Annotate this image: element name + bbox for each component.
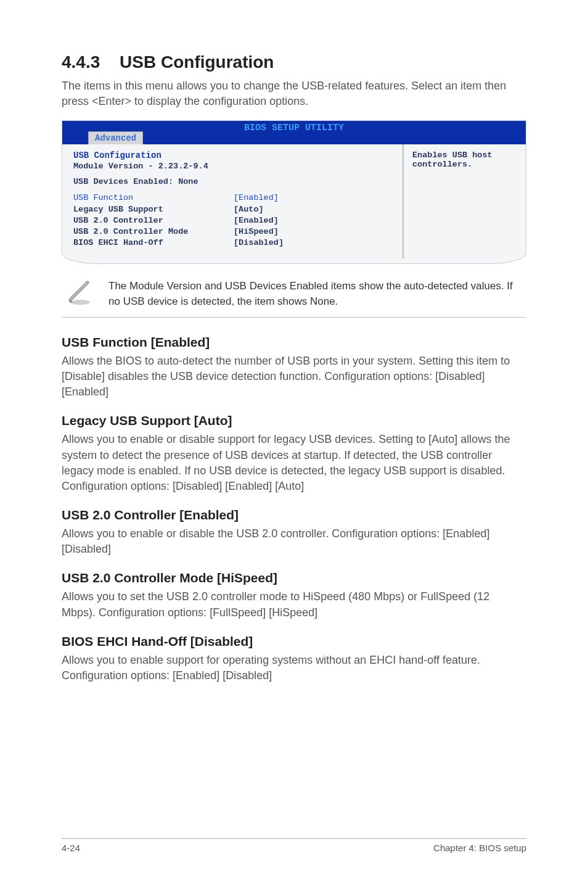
bios-setting-value: [Enabled] — [234, 192, 279, 204]
bios-setting-label: Legacy USB Support — [73, 204, 234, 215]
note-icon — [67, 279, 94, 306]
bios-config-header: USB Configuration — [73, 151, 391, 160]
note-text: The Module Version and USB Devices Enabl… — [108, 279, 526, 309]
bios-setting-row: USB 2.0 Controller Mode[HiSpeed] — [73, 226, 391, 237]
bios-tab-advanced: Advanced — [88, 131, 143, 144]
section-title-text: USB Configuration — [120, 52, 274, 72]
setting-heading: USB Function [Enabled] — [62, 335, 526, 350]
setting-body: Allows you to set the USB 2.0 controller… — [62, 589, 526, 620]
bios-setting-label: BIOS EHCI Hand-Off — [73, 237, 234, 249]
bios-body: USB Configuration Module Version - 2.23.… — [62, 144, 526, 258]
bios-setting-value: [Enabled] — [234, 215, 279, 226]
page-footer: 4-24 Chapter 4: BIOS setup — [62, 838, 526, 853]
note-block: The Module Version and USB Devices Enabl… — [62, 275, 526, 317]
chapter-label: Chapter 4: BIOS setup — [433, 843, 526, 853]
bios-module-version: Module Version - 2.23.2-9.4 — [73, 162, 391, 171]
bios-setting-label: USB 2.0 Controller — [73, 215, 234, 226]
section-heading: 4.4.3 USB Configuration — [62, 52, 526, 72]
page-number: 4-24 — [62, 843, 80, 853]
bios-setting-row: BIOS EHCI Hand-Off[Disabled] — [73, 237, 391, 249]
setting-heading: USB 2.0 Controller [Enabled] — [62, 508, 526, 522]
bios-setting-value: [HiSpeed] — [234, 226, 279, 237]
bios-setting-label: USB Function — [73, 192, 234, 204]
section-intro: The items in this menu allows you to cha… — [62, 78, 526, 109]
bios-setting-value: [Disabled] — [234, 237, 284, 249]
bios-screenshot: BIOS SETUP UTILITY Advanced USB Configur… — [62, 120, 526, 264]
bios-devices-enabled: USB Devices Enabled: None — [73, 177, 391, 186]
setting-body: Allows you to enable or disable support … — [62, 432, 526, 494]
bios-setting-row: Legacy USB Support[Auto] — [73, 204, 391, 215]
setting-heading: Legacy USB Support [Auto] — [62, 413, 526, 428]
setting-heading: BIOS EHCI Hand-Off [Disabled] — [62, 634, 526, 649]
bios-banner: BIOS SETUP UTILITY Advanced — [62, 121, 526, 144]
bios-setting-row: USB Function[Enabled] — [73, 192, 391, 204]
bios-setting-label: USB 2.0 Controller Mode — [73, 226, 234, 237]
svg-point-0 — [70, 300, 90, 305]
setting-body: Allows you to enable support for operati… — [62, 653, 526, 683]
bios-setting-value: [Auto] — [234, 204, 264, 215]
section-number: 4.4.3 — [62, 52, 100, 72]
bios-left-pane: USB Configuration Module Version - 2.23.… — [62, 144, 402, 258]
bios-help-pane: Enables USB host controllers. — [402, 144, 526, 258]
setting-body: Allows the BIOS to auto-detect the numbe… — [62, 353, 526, 400]
bios-banner-text: BIOS SETUP UTILITY — [244, 123, 344, 133]
bios-setting-row: USB 2.0 Controller[Enabled] — [73, 215, 391, 226]
setting-heading: USB 2.0 Controller Mode [HiSpeed] — [62, 571, 526, 585]
setting-body: Allows you to enable or disable the USB … — [62, 526, 526, 557]
